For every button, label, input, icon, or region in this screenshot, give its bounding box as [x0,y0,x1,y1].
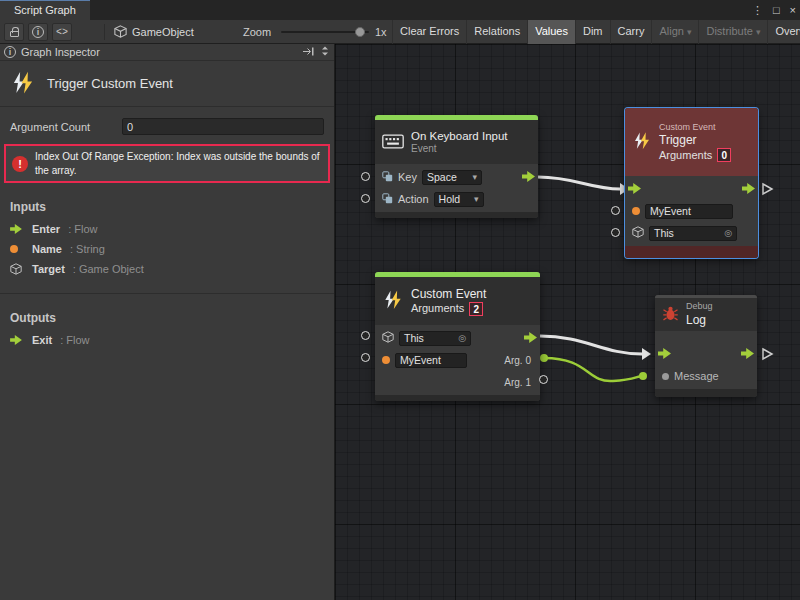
flow-output-port[interactable] [524,332,537,345]
kebab-menu-icon[interactable]: ⋮ [752,4,763,17]
window-controls: ⋮ □ × [752,0,796,20]
gameobject-label: GameObject [132,26,194,38]
target-row: This ◎ [625,222,758,244]
align-dropdown[interactable]: Align▾ [651,20,698,44]
pane-scroll-icon[interactable] [320,45,330,59]
flow-output-port[interactable] [522,171,535,184]
node-trigger-custom-event[interactable]: Custom Event Trigger Arguments 0 [625,108,758,258]
keyboard-icon [382,134,404,151]
arguments-count-badge: 0 [717,148,731,162]
node-footer [625,246,758,258]
port-action-input[interactable] [361,194,370,203]
gameobject-cube-icon [114,25,127,40]
close-icon[interactable]: × [790,4,796,16]
node-footer [375,212,538,218]
graph-canvas[interactable]: On Keyboard Input Event Key Space ▾ [335,44,800,600]
target-object-field[interactable]: This ◎ [399,331,471,346]
node-body: MyEvent This ◎ [625,176,758,246]
node-category: Custom Event [659,122,731,134]
port-arg1-output[interactable] [539,375,548,384]
port-message-connected[interactable] [639,372,647,380]
distribute-dropdown[interactable]: Distribute▾ [698,20,767,44]
toolbar-buttons: Clear Errors Relations Values Dim Carry … [392,20,800,44]
lock-icon [10,31,19,37]
outputs-section-header: Outputs [10,311,324,325]
zoom-slider-knob[interactable] [355,27,365,37]
flow-marker-icon [763,184,772,194]
arguments-line: Arguments 0 [659,148,731,162]
flow-marker-icon [763,349,772,359]
section-divider [0,293,334,294]
target-object-field[interactable]: This ◎ [649,226,737,241]
gameobject-target[interactable]: GameObject [114,20,194,44]
maximize-icon[interactable]: □ [773,4,780,16]
error-banner: ! Index Out Of Range Exception: Index wa… [4,144,330,183]
bolt-icon [10,70,36,98]
gameobject-cube-icon [382,331,394,345]
key-dropdown[interactable]: Space ▾ [422,170,482,185]
node-custom-event-arguments[interactable]: Custom Event Arguments 2 This ◎ [375,272,540,401]
flow-output-port[interactable] [741,348,754,361]
node-header: Custom Event Trigger Arguments 0 [625,108,758,176]
object-picker-icon[interactable]: ◎ [458,333,466,343]
error-message: Index Out Of Range Exception: Index was … [35,150,322,177]
key-label: Key [398,171,417,183]
argument-count-field: Argument Count [10,118,324,135]
flow-input-port[interactable] [628,183,641,196]
node-title: Log [686,313,713,328]
action-dropdown[interactable]: Hold ▾ [434,192,484,207]
event-name-field[interactable]: MyEvent [395,353,467,368]
zoom-label: Zoom [243,20,271,44]
arguments-line: Arguments 2 [411,302,486,316]
node-title: Custom Event [411,287,486,302]
string-dot-icon [632,207,640,215]
clear-errors-button[interactable]: Clear Errors [392,20,466,44]
code-view-button[interactable]: <> [52,23,72,41]
flow-input-port[interactable] [658,348,671,361]
dim-toggle[interactable]: Dim [575,20,610,44]
carry-toggle[interactable]: Carry [610,20,652,44]
wire-arguments-to-debug[interactable] [540,336,642,354]
node-header: Debug Log [655,295,757,331]
arguments-count-badge: 2 [469,302,483,316]
argument-count-label: Argument Count [10,121,122,133]
event-name-row: MyEvent Arg. 0 [375,349,540,371]
port-arg0-connected[interactable] [540,354,548,362]
port-key-input[interactable] [361,172,370,181]
node-on-keyboard-input[interactable]: On Keyboard Input Event Key Space ▾ [375,115,538,218]
node-body: This ◎ MyEvent Arg. 0 Arg. 1 [375,325,540,395]
node-debug-log[interactable]: Debug Log Message [655,295,757,397]
lock-button[interactable] [4,23,24,41]
flow-output-port[interactable] [742,183,755,196]
graph-inspector-panel: i Graph Inspector Trigger Custom Event A… [0,44,335,600]
overview-button[interactable]: Overv [767,20,800,44]
string-dot-icon [10,245,24,253]
port-arguments-name-input[interactable] [361,353,370,362]
event-name-field[interactable]: MyEvent [645,204,733,219]
message-row: Message [655,365,757,387]
error-icon: ! [12,156,28,172]
tab-script-graph[interactable]: Script Graph [0,0,90,20]
object-picker-icon[interactable]: ◎ [724,228,732,238]
gameobject-cube-icon [10,263,24,275]
node-subtitle: Event [411,143,508,156]
values-toggle[interactable]: Values [527,20,575,44]
dock-icon[interactable] [302,46,315,59]
relations-toggle[interactable]: Relations [466,20,527,44]
info-button[interactable]: i [28,23,48,41]
port-arguments-target-input[interactable] [361,331,370,340]
node-category: Debug [686,301,713,313]
inputs-section-header: Inputs [10,200,324,214]
graph-toolbar: i <> GameObject Zoom 1x Clear Errors Rel… [0,20,800,44]
info-icon: i [32,26,44,38]
arg0-label: Arg. 0 [504,355,531,366]
port-trigger-target-input[interactable] [611,228,620,237]
wire-arg0-to-message[interactable] [544,358,641,381]
wire-keyboard-to-trigger[interactable] [538,177,620,189]
port-trigger-name-input[interactable] [611,206,620,215]
node-footer [655,389,757,397]
argument-count-input[interactable] [122,118,324,135]
input-pin-enter: Enter : Flow [0,219,334,239]
zoom-slider[interactable] [281,31,369,33]
bolt-icon [632,131,652,153]
